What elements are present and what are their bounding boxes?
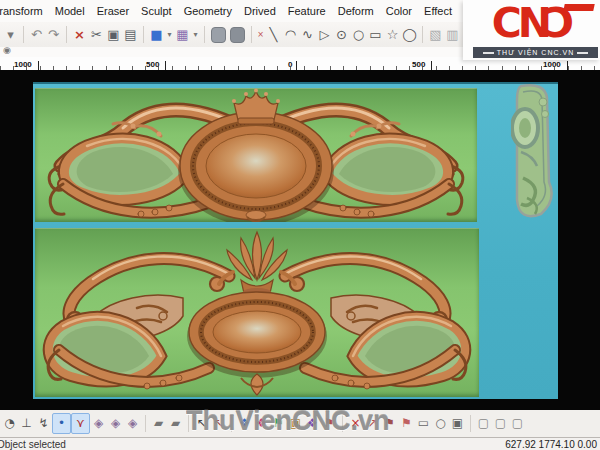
marker-a-icon[interactable]: ⚑	[381, 414, 398, 433]
cnc-logo-accent-bar	[563, 4, 594, 11]
paste-special-1-icon[interactable]: ▢	[475, 414, 492, 433]
ruler-label: 500	[412, 60, 425, 69]
paste-special-3-icon[interactable]: ▢	[509, 414, 526, 433]
relief-merge-icon[interactable]: ▧	[427, 25, 444, 44]
menu-model[interactable]: Model	[49, 0, 91, 22]
menu-geometry[interactable]: Geometry	[178, 0, 238, 22]
marker-b-icon[interactable]: ⚑	[398, 414, 415, 433]
ellipse-tool-icon[interactable]: ○	[350, 25, 367, 44]
separator	[143, 26, 144, 43]
erase-node-icon[interactable]: ×	[256, 25, 265, 44]
cut-icon[interactable]: ✂	[88, 25, 105, 44]
separator	[204, 26, 205, 43]
menu-color[interactable]: Color	[380, 0, 418, 22]
transform-purple-icon[interactable]: ❖	[304, 414, 321, 433]
menu-feature[interactable]: Feature	[282, 0, 332, 22]
dropdown-caret-icon[interactable]: ▾	[2, 25, 19, 44]
ellipse-select-icon[interactable]: ○	[432, 414, 449, 433]
paste-special-2-icon[interactable]: ▢	[492, 414, 509, 433]
side-relief-graphic	[511, 82, 558, 222]
cnc-logo: CNC THƯ VIỆN CNC.VN	[463, 0, 600, 60]
status-bar: Object selected 627.92 1774.10 0.00	[0, 437, 600, 450]
bottom-toolbar: ◔⊥↯•⋎◈◈◈▰▰↖↖❖❖⚑▣❖⚑×↗⚑⚑▭○▣▢▢▢	[0, 410, 600, 437]
separator	[145, 415, 146, 432]
color-fill-icon[interactable]: ■	[148, 25, 165, 44]
ruler-label: 500	[146, 60, 159, 69]
separator	[251, 26, 252, 43]
select-red-cursor-icon[interactable]: ↖	[210, 414, 227, 433]
cursor-coordinates: 627.92 1774.10 0.00	[505, 439, 597, 450]
cnc-logo-banner: THƯ VIỆN CNC.VN	[473, 47, 598, 58]
line-tool-icon[interactable]: ╲	[265, 25, 282, 44]
application-window: TransformModelEraserSculptGeometryDrived…	[0, 0, 600, 450]
relief-back-icon[interactable]	[230, 27, 245, 43]
swatch-gold-icon[interactable]: ▣	[287, 414, 304, 433]
transform-pink-icon[interactable]: ❖	[253, 414, 270, 433]
separator	[342, 415, 343, 432]
menu-drived[interactable]: Drived	[238, 0, 282, 22]
transform-blue-icon[interactable]: ❖	[236, 414, 253, 433]
headboard-relief-bottom	[35, 228, 479, 397]
menu-eraser[interactable]: Eraser	[91, 0, 135, 22]
ruler-major-tick	[38, 61, 39, 70]
node-edit-icon[interactable]: ⋎	[71, 413, 90, 434]
delete-node-icon[interactable]: ×	[347, 414, 364, 433]
separator	[23, 26, 24, 43]
menu-transform[interactable]: Transform	[0, 0, 49, 22]
snap-object-icon[interactable]: ◈	[124, 414, 141, 433]
delete-icon[interactable]: ×	[71, 25, 88, 44]
ruler-major-tick	[567, 61, 568, 70]
relief-panel-top[interactable]	[35, 88, 477, 222]
circle-tool-icon[interactable]: ◯	[401, 25, 418, 44]
circle-center-tool-icon[interactable]: ⊙	[333, 25, 350, 44]
menu-sculpt[interactable]: Sculpt	[135, 0, 178, 22]
redo-icon[interactable]: ↷	[45, 25, 62, 44]
perpendicular-snap-icon[interactable]: ⊥	[18, 414, 35, 433]
ruler-major-tick	[431, 61, 432, 70]
separator	[188, 415, 189, 432]
snap-guide-icon[interactable]: ◈	[107, 414, 124, 433]
image-tool-icon[interactable]: ▣	[449, 414, 466, 433]
sculpt-smooth-icon[interactable]: ▰	[150, 414, 167, 433]
separator	[470, 415, 471, 432]
status-message: Object selected	[0, 439, 66, 450]
paste-icon[interactable]: ▤	[122, 25, 139, 44]
bounds-tool-icon[interactable]: ▭	[415, 414, 432, 433]
flag-green-icon[interactable]: ⚑	[270, 414, 287, 433]
sculpt-carve-icon[interactable]: ▰	[167, 414, 184, 433]
bitmap-icon[interactable]: ▦	[174, 25, 191, 44]
star-tool-icon[interactable]: ☆	[384, 25, 401, 44]
snap-grid-icon[interactable]: ◈	[90, 414, 107, 433]
menu-deform[interactable]: Deform	[332, 0, 380, 22]
select-cursor-icon[interactable]: ↖	[193, 414, 210, 433]
bend-tool-icon[interactable]: ↯	[35, 414, 52, 433]
relief-panel-bottom[interactable]	[35, 228, 479, 397]
ruler-label: 0	[288, 60, 292, 69]
relief-paste-icon[interactable]: ▥	[444, 25, 461, 44]
undo-icon[interactable]: ↶	[28, 25, 45, 44]
copy-icon[interactable]: ▣	[105, 25, 122, 44]
polygon-tool-icon[interactable]: ▷	[316, 25, 333, 44]
rotate-handle-icon[interactable]: ◔	[1, 414, 18, 433]
color-fill-caret-icon[interactable]: ▾	[165, 25, 174, 44]
separator	[66, 26, 67, 43]
menu-effect[interactable]: Effect	[418, 0, 458, 22]
relief-front-icon[interactable]	[211, 27, 226, 43]
ruler-major-tick	[165, 61, 166, 70]
headboard-relief-top	[35, 88, 477, 222]
separator	[231, 415, 232, 432]
side-relief-piece[interactable]	[511, 82, 558, 222]
ruler-label: 1000	[14, 60, 32, 69]
ruler-major-tick	[296, 61, 297, 70]
bitmap-caret-icon[interactable]: ▾	[191, 25, 200, 44]
arrow-tool-icon[interactable]: ↗	[364, 414, 381, 433]
rectangle-tool-icon[interactable]: ▭	[367, 25, 384, 44]
3d-view-canvas[interactable]	[0, 70, 600, 410]
separator	[422, 26, 423, 43]
curve-tool-icon[interactable]: ∿	[299, 25, 316, 44]
ruler-origin-icon[interactable]: ◉	[3, 45, 11, 55]
node-point-icon[interactable]: •	[52, 413, 71, 434]
ruler-label: 1000	[543, 60, 561, 69]
flag-red-icon[interactable]: ⚑	[321, 414, 338, 433]
arc-tool-icon[interactable]: ◠	[282, 25, 299, 44]
